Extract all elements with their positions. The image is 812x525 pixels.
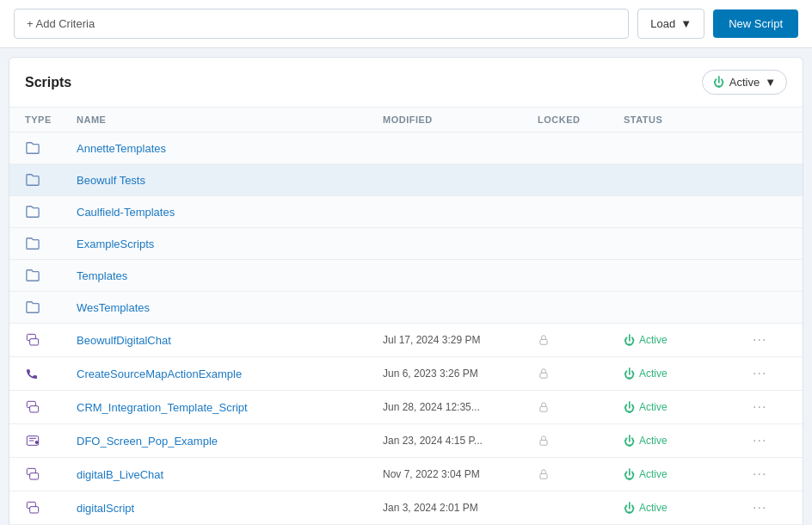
table-row[interactable]: ExampleScripts (9, 228, 803, 260)
row-status: ⏻Active (624, 502, 753, 515)
row-name[interactable]: Beowulf Tests (77, 174, 383, 187)
table-row[interactable]: DFO_Screen_Pop_ExampleJan 23, 2024 4:15 … (9, 424, 803, 458)
status-power-icon: ⏻ (624, 368, 635, 380)
status-filter-button[interactable]: ⏻ Active ▼ (702, 70, 787, 95)
row-modified: Jan 23, 2024 4:15 P... (383, 435, 538, 447)
svg-rect-11 (540, 440, 547, 445)
row-name[interactable]: CreateSourceMapActionExample (77, 368, 383, 380)
svg-rect-2 (540, 339, 547, 344)
add-criteria-label: + Add Criteria (27, 17, 95, 30)
status-label: Active (639, 435, 667, 447)
row-name[interactable]: ExampleScripts (77, 238, 383, 250)
status-power-icon: ⏻ (624, 435, 635, 448)
section-title: Scripts (25, 75, 71, 90)
row-modified: Jun 6, 2023 3:26 PM (383, 368, 538, 380)
folder-icon (25, 205, 77, 219)
load-button[interactable]: Load ▼ (637, 9, 704, 39)
svg-rect-14 (540, 473, 547, 479)
row-actions-menu[interactable]: ··· (753, 500, 787, 516)
status-filter-label: Active (729, 76, 760, 89)
status-label: Active (639, 468, 667, 480)
dfo-icon (25, 434, 77, 448)
folder-icon (25, 173, 77, 187)
row-actions-menu[interactable]: ··· (753, 366, 787, 381)
new-script-label: New Script (729, 17, 783, 30)
row-modified: Jul 17, 2024 3:29 PM (383, 334, 538, 346)
row-status: ⏻Active (624, 468, 753, 481)
lock-icon (538, 333, 624, 347)
folder-icon (25, 269, 77, 282)
table-row[interactable]: BeowulfDigitalChatJul 17, 2024 3:29 PM⏻A… (9, 324, 803, 357)
col-locked: LOCKED (538, 114, 624, 125)
chat-icon (25, 333, 77, 347)
col-modified: MODIFIED (383, 114, 538, 125)
lock-icon (538, 367, 624, 380)
new-script-button[interactable]: New Script (713, 9, 798, 38)
chevron-down-icon: ▼ (765, 76, 776, 89)
row-name[interactable]: BeowulfDigitalChat (77, 334, 383, 347)
top-bar: + Add Criteria Load ▼ New Script (0, 0, 812, 48)
chat-icon (25, 467, 77, 481)
row-status: ⏻Active (624, 334, 753, 347)
table-row[interactable]: Beowulf Tests (9, 164, 803, 196)
lock-icon (538, 400, 624, 414)
table-row[interactable]: digitalScriptJan 3, 2024 2:01 PM⏻Active·… (9, 491, 803, 525)
row-name[interactable]: digitalB_LiveChat (77, 468, 383, 481)
folder-icon (25, 300, 77, 314)
status-power-icon: ⏻ (624, 468, 635, 481)
table-row[interactable]: CreateSourceMapActionExampleJun 6, 2023 … (9, 357, 803, 391)
table-header: TYPE NAME MODIFIED LOCKED STATUS (9, 108, 803, 133)
row-name[interactable]: DFO_Screen_Pop_Example (77, 435, 383, 448)
svg-rect-3 (540, 373, 547, 378)
svg-point-10 (35, 441, 39, 444)
row-status: ⏻Active (624, 435, 753, 448)
svg-rect-16 (30, 507, 39, 513)
row-name[interactable]: WesTemplates (77, 301, 383, 314)
status-label: Active (639, 334, 667, 346)
scripts-panel: Scripts ⏻ Active ▼ TYPE NAME MODIFIED LO… (9, 57, 803, 525)
col-actions (753, 114, 787, 125)
col-status: STATUS (624, 114, 753, 125)
load-label: Load (650, 17, 675, 30)
table-row[interactable]: CRM_Integration_Template_ScriptJun 28, 2… (9, 391, 803, 424)
chat-icon (25, 501, 77, 515)
col-type: TYPE (25, 114, 77, 125)
power-icon: ⏻ (713, 76, 724, 89)
chevron-down-icon: ▼ (680, 17, 692, 30)
add-criteria-button[interactable]: + Add Criteria (14, 9, 629, 39)
table-row[interactable]: AnnetteTemplates (9, 133, 803, 164)
svg-rect-5 (30, 406, 39, 412)
row-actions-menu[interactable]: ··· (753, 332, 787, 348)
status-label: Active (639, 502, 667, 514)
svg-rect-13 (30, 473, 39, 479)
table-row[interactable]: digitalB_LiveChatNov 7, 2022 3:04 PM⏻Act… (9, 458, 803, 491)
row-name[interactable]: AnnetteTemplates (77, 142, 383, 155)
chat-icon (25, 400, 77, 414)
status-power-icon: ⏻ (624, 334, 635, 347)
row-name[interactable]: CRM_Integration_Template_Script (77, 401, 383, 414)
col-name: NAME (77, 114, 383, 125)
row-status: ⏻Active (624, 401, 753, 414)
table-row[interactable]: Caulfield-Templates (9, 196, 803, 228)
status-label: Active (639, 401, 667, 413)
row-modified: Jan 3, 2024 2:01 PM (383, 502, 538, 514)
table-row[interactable]: Templates (9, 260, 803, 292)
phone-icon (25, 367, 77, 380)
row-actions-menu[interactable]: ··· (753, 433, 787, 448)
folder-icon (25, 141, 77, 155)
row-name[interactable]: digitalScript (77, 502, 383, 515)
status-label: Active (639, 368, 667, 380)
row-modified: Jun 28, 2024 12:35... (383, 401, 538, 413)
table-body: AnnetteTemplates Beowulf Tests Caulfield… (9, 133, 803, 525)
svg-rect-6 (540, 406, 547, 411)
table-row[interactable]: WesTemplates (9, 292, 803, 324)
row-actions-menu[interactable]: ··· (753, 466, 787, 482)
row-actions-menu[interactable]: ··· (753, 399, 787, 415)
status-power-icon: ⏻ (624, 401, 635, 414)
row-name[interactable]: Caulfield-Templates (77, 206, 383, 219)
row-name[interactable]: Templates (77, 269, 383, 282)
status-power-icon: ⏻ (624, 502, 635, 515)
folder-icon (25, 237, 77, 250)
svg-rect-1 (30, 339, 39, 345)
lock-icon (538, 434, 624, 448)
